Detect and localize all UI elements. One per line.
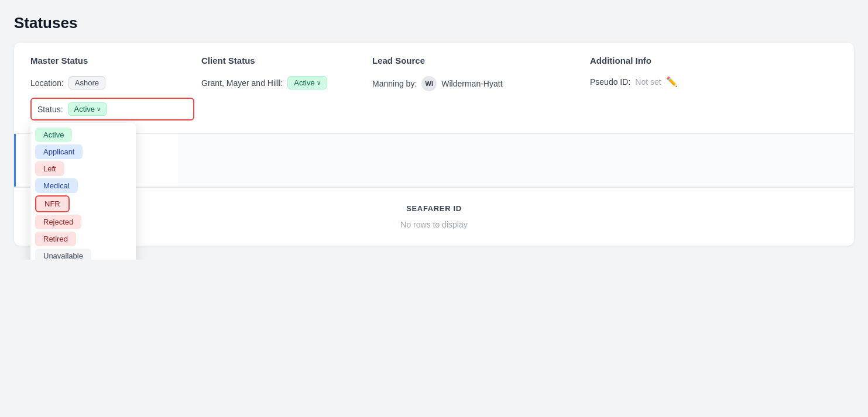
dropdown-item-active[interactable]: Active <box>35 127 72 142</box>
manning-name: Wilderman-Hyatt <box>441 79 502 88</box>
master-status-header: Master Status <box>30 56 194 66</box>
location-field-row: Location: Ashore <box>30 76 194 89</box>
dropdown-item-applicant[interactable]: Applicant <box>35 144 83 159</box>
master-status-section: Master Status Location: Ashore Status: A… <box>30 56 194 120</box>
location-label: Location: <box>30 78 64 88</box>
page-title: Statuses <box>14 14 854 32</box>
seafarer-id-title: SEAFARER ID <box>30 204 838 213</box>
status-row: Master Status Location: Ashore Status: A… <box>14 43 854 134</box>
client-status-field-row: Grant, Mayer and Hilll: Active ∨ <box>201 76 365 89</box>
lower-right-empty <box>178 134 854 187</box>
client-status-badge[interactable]: Active ∨ <box>287 76 327 89</box>
pseudo-id-value: Not set <box>635 77 661 87</box>
pseudo-id-row: Pseudo ID: Not set ✏️ <box>590 76 838 87</box>
status-dropdown-menu: Active Applicant Left Medical NFR Reject… <box>30 123 136 260</box>
client-status-header: Client Status <box>201 56 365 66</box>
dropdown-item-retired[interactable]: Retired <box>35 232 76 246</box>
main-card: Master Status Location: Ashore Status: A… <box>14 43 854 246</box>
additional-info-section: Additional Info Pseudo ID: Not set ✏️ <box>590 56 838 87</box>
lead-source-header: Lead Source <box>372 56 583 66</box>
edit-pseudo-id-icon[interactable]: ✏️ <box>666 76 678 87</box>
manning-label: Manning by: <box>372 79 417 88</box>
dropdown-item-medical[interactable]: Medical <box>35 178 78 193</box>
location-badge[interactable]: Ashore <box>68 76 105 89</box>
dropdown-item-left[interactable]: Left <box>35 161 64 176</box>
dropdown-item-unavailable[interactable]: Unavailable <box>35 249 91 260</box>
manning-field-row: Manning by: WI Wilderman-Hyatt <box>372 76 583 91</box>
client-name-label: Grant, Mayer and Hilll: <box>201 78 283 88</box>
status-label: Status: <box>37 105 63 114</box>
pseudo-id-label: Pseudo ID: <box>590 77 630 87</box>
seafarer-section: SEAFARER ID No rows to display <box>14 187 854 246</box>
status-field-row[interactable]: Status: Active ∨ <box>30 98 194 120</box>
additional-info-header: Additional Info <box>590 56 838 66</box>
no-rows-text: No rows to display <box>30 220 838 229</box>
client-status-section: Client Status Grant, Mayer and Hilll: Ac… <box>201 56 365 98</box>
dropdown-item-rejected[interactable]: Rejected <box>35 215 81 229</box>
status-field-wrapper: Status: Active ∨ Active Applicant Left M… <box>30 98 194 120</box>
lead-source-section: Lead Source Manning by: WI Wilderman-Hya… <box>372 56 583 99</box>
dropdown-item-nfr[interactable]: NFR <box>35 195 70 212</box>
manning-avatar: WI <box>421 76 437 91</box>
lower-labels-row: Ex Cl <box>14 134 854 187</box>
status-badge[interactable]: Active ∨ <box>68 102 107 116</box>
